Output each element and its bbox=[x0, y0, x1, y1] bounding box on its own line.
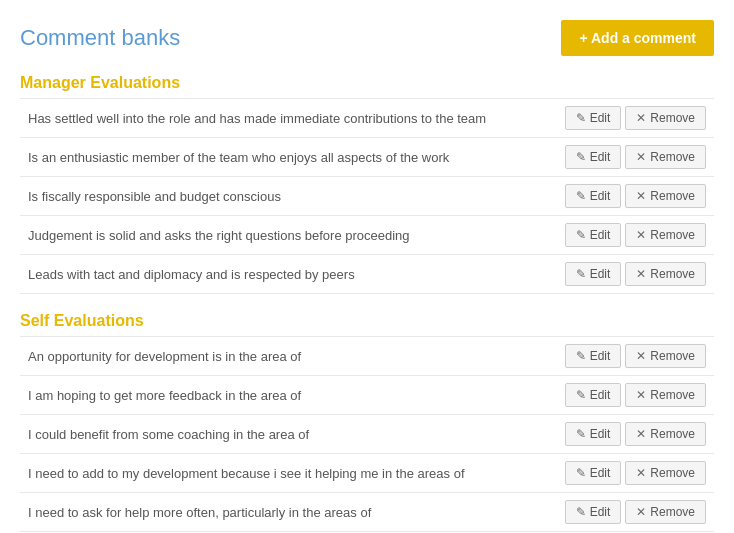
comment-table-self-evaluations: An opportunity for development is in the… bbox=[20, 336, 714, 532]
remove-button[interactable]: ✕Remove bbox=[625, 106, 706, 130]
edit-icon: ✎ bbox=[576, 150, 586, 164]
remove-icon: ✕ bbox=[636, 388, 646, 402]
edit-icon: ✎ bbox=[576, 228, 586, 242]
remove-icon: ✕ bbox=[636, 505, 646, 519]
remove-icon: ✕ bbox=[636, 228, 646, 242]
comment-actions: ✎Edit✕Remove bbox=[553, 454, 714, 493]
edit-button[interactable]: ✎Edit bbox=[565, 500, 622, 524]
table-row: I am hoping to get more feedback in the … bbox=[20, 376, 714, 415]
remove-button[interactable]: ✕Remove bbox=[625, 422, 706, 446]
edit-button[interactable]: ✎Edit bbox=[565, 383, 622, 407]
comment-actions: ✎Edit✕Remove bbox=[553, 337, 714, 376]
comment-text: Judgement is solid and asks the right qu… bbox=[20, 216, 553, 255]
remove-icon: ✕ bbox=[636, 427, 646, 441]
remove-button[interactable]: ✕Remove bbox=[625, 223, 706, 247]
section-title-manager-evaluations: Manager Evaluations bbox=[20, 74, 714, 92]
comment-actions: ✎Edit✕Remove bbox=[553, 376, 714, 415]
edit-button[interactable]: ✎Edit bbox=[565, 461, 622, 485]
table-row: I need to add to my development because … bbox=[20, 454, 714, 493]
edit-button[interactable]: ✎Edit bbox=[565, 422, 622, 446]
edit-icon: ✎ bbox=[576, 111, 586, 125]
comment-actions: ✎Edit✕Remove bbox=[553, 99, 714, 138]
section-self-evaluations: Self EvaluationsAn opportunity for devel… bbox=[20, 312, 714, 532]
remove-button[interactable]: ✕Remove bbox=[625, 262, 706, 286]
remove-button[interactable]: ✕Remove bbox=[625, 344, 706, 368]
remove-button[interactable]: ✕Remove bbox=[625, 461, 706, 485]
remove-icon: ✕ bbox=[636, 349, 646, 363]
sections-container: Manager EvaluationsHas settled well into… bbox=[20, 74, 714, 532]
edit-button[interactable]: ✎Edit bbox=[565, 184, 622, 208]
table-row: Has settled well into the role and has m… bbox=[20, 99, 714, 138]
comment-text: Leads with tact and diplomacy and is res… bbox=[20, 255, 553, 294]
remove-icon: ✕ bbox=[636, 267, 646, 281]
edit-icon: ✎ bbox=[576, 189, 586, 203]
comment-table-manager-evaluations: Has settled well into the role and has m… bbox=[20, 98, 714, 294]
edit-icon: ✎ bbox=[576, 388, 586, 402]
page-header: Comment banks + Add a comment bbox=[20, 20, 714, 56]
comment-text: An opportunity for development is in the… bbox=[20, 337, 553, 376]
comment-actions: ✎Edit✕Remove bbox=[553, 255, 714, 294]
table-row: I could benefit from some coaching in th… bbox=[20, 415, 714, 454]
edit-button[interactable]: ✎Edit bbox=[565, 106, 622, 130]
comment-text: Is fiscally responsible and budget consc… bbox=[20, 177, 553, 216]
remove-icon: ✕ bbox=[636, 466, 646, 480]
comment-actions: ✎Edit✕Remove bbox=[553, 415, 714, 454]
comment-actions: ✎Edit✕Remove bbox=[553, 216, 714, 255]
comment-actions: ✎Edit✕Remove bbox=[553, 138, 714, 177]
edit-icon: ✎ bbox=[576, 505, 586, 519]
comment-text: I could benefit from some coaching in th… bbox=[20, 415, 553, 454]
table-row: Is fiscally responsible and budget consc… bbox=[20, 177, 714, 216]
comment-text: I am hoping to get more feedback in the … bbox=[20, 376, 553, 415]
comment-text: I need to add to my development because … bbox=[20, 454, 553, 493]
comment-text: Has settled well into the role and has m… bbox=[20, 99, 553, 138]
comment-actions: ✎Edit✕Remove bbox=[553, 177, 714, 216]
comment-actions: ✎Edit✕Remove bbox=[553, 493, 714, 532]
remove-button[interactable]: ✕Remove bbox=[625, 145, 706, 169]
edit-button[interactable]: ✎Edit bbox=[565, 262, 622, 286]
table-row: Judgement is solid and asks the right qu… bbox=[20, 216, 714, 255]
edit-button[interactable]: ✎Edit bbox=[565, 145, 622, 169]
edit-icon: ✎ bbox=[576, 267, 586, 281]
table-row: Leads with tact and diplomacy and is res… bbox=[20, 255, 714, 294]
edit-button[interactable]: ✎Edit bbox=[565, 223, 622, 247]
remove-icon: ✕ bbox=[636, 111, 646, 125]
comment-text: Is an enthusiastic member of the team wh… bbox=[20, 138, 553, 177]
remove-button[interactable]: ✕Remove bbox=[625, 184, 706, 208]
table-row: An opportunity for development is in the… bbox=[20, 337, 714, 376]
table-row: I need to ask for help more often, parti… bbox=[20, 493, 714, 532]
edit-icon: ✎ bbox=[576, 427, 586, 441]
section-title-self-evaluations: Self Evaluations bbox=[20, 312, 714, 330]
comment-text: I need to ask for help more often, parti… bbox=[20, 493, 553, 532]
page-title: Comment banks bbox=[20, 25, 180, 51]
add-comment-button[interactable]: + Add a comment bbox=[561, 20, 714, 56]
remove-icon: ✕ bbox=[636, 189, 646, 203]
edit-icon: ✎ bbox=[576, 349, 586, 363]
edit-button[interactable]: ✎Edit bbox=[565, 344, 622, 368]
edit-icon: ✎ bbox=[576, 466, 586, 480]
remove-button[interactable]: ✕Remove bbox=[625, 500, 706, 524]
remove-icon: ✕ bbox=[636, 150, 646, 164]
table-row: Is an enthusiastic member of the team wh… bbox=[20, 138, 714, 177]
remove-button[interactable]: ✕Remove bbox=[625, 383, 706, 407]
section-manager-evaluations: Manager EvaluationsHas settled well into… bbox=[20, 74, 714, 294]
